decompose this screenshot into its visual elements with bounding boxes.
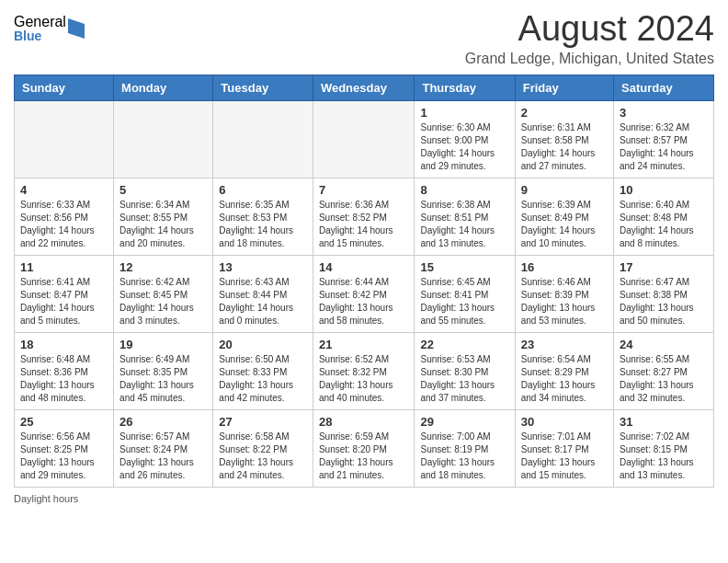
header-friday: Friday: [515, 75, 613, 101]
day-info: Sunrise: 7:00 AM Sunset: 8:19 PM Dayligh…: [420, 431, 508, 482]
day-info: Sunrise: 6:54 AM Sunset: 8:29 PM Dayligh…: [521, 353, 608, 405]
day-number: 28: [319, 415, 409, 429]
day-number: 8: [420, 183, 508, 197]
table-row: 13Sunrise: 6:43 AM Sunset: 8:44 PM Dayli…: [213, 256, 313, 333]
day-number: 9: [521, 183, 608, 197]
day-number: 25: [20, 415, 108, 429]
day-number: 3: [620, 106, 708, 120]
table-row: 23Sunrise: 6:54 AM Sunset: 8:29 PM Dayli…: [515, 333, 613, 410]
day-info: Sunrise: 6:52 AM Sunset: 8:32 PM Dayligh…: [319, 353, 409, 405]
title-section: August 2024 Grand Ledge, Michigan, Unite…: [465, 9, 714, 67]
day-number: 26: [119, 415, 207, 429]
day-number: 20: [219, 338, 307, 351]
svg-marker-0: [68, 18, 85, 39]
calendar-week-row: 18Sunrise: 6:48 AM Sunset: 8:36 PM Dayli…: [15, 333, 714, 410]
table-row: [313, 101, 415, 178]
header-sunday: Sunday: [15, 75, 114, 101]
table-row: 2Sunrise: 6:31 AM Sunset: 8:58 PM Daylig…: [515, 101, 613, 178]
day-info: Sunrise: 6:49 AM Sunset: 8:35 PM Dayligh…: [119, 353, 207, 405]
header-thursday: Thursday: [415, 75, 515, 101]
table-row: 10Sunrise: 6:40 AM Sunset: 8:48 PM Dayli…: [614, 178, 714, 256]
day-number: 22: [420, 338, 508, 351]
day-info: Sunrise: 6:43 AM Sunset: 8:44 PM Dayligh…: [219, 276, 307, 327]
table-row: 9Sunrise: 6:39 AM Sunset: 8:49 PM Daylig…: [515, 178, 613, 256]
header-monday: Monday: [114, 75, 213, 101]
day-info: Sunrise: 6:33 AM Sunset: 8:56 PM Dayligh…: [20, 199, 108, 250]
calendar-week-row: 25Sunrise: 6:56 AM Sunset: 8:25 PM Dayli…: [15, 410, 714, 488]
day-number: 30: [521, 415, 608, 429]
day-info: Sunrise: 6:36 AM Sunset: 8:52 PM Dayligh…: [319, 199, 409, 250]
table-row: 19Sunrise: 6:49 AM Sunset: 8:35 PM Dayli…: [114, 333, 213, 410]
day-number: 16: [521, 260, 608, 274]
day-info: Sunrise: 6:34 AM Sunset: 8:55 PM Dayligh…: [119, 199, 207, 250]
day-info: Sunrise: 6:59 AM Sunset: 8:20 PM Dayligh…: [319, 431, 409, 482]
table-row: 16Sunrise: 6:46 AM Sunset: 8:39 PM Dayli…: [515, 256, 613, 333]
day-number: 18: [20, 338, 108, 351]
day-info: Sunrise: 6:55 AM Sunset: 8:27 PM Dayligh…: [620, 353, 708, 405]
day-info: Sunrise: 6:48 AM Sunset: 8:36 PM Dayligh…: [20, 353, 108, 405]
day-number: 7: [319, 183, 409, 197]
table-row: 27Sunrise: 6:58 AM Sunset: 8:22 PM Dayli…: [213, 410, 313, 488]
header: General Blue August 2024 Grand Ledge, Mi…: [14, 9, 714, 67]
table-row: 17Sunrise: 6:47 AM Sunset: 8:38 PM Dayli…: [614, 256, 714, 333]
logo-icon: [68, 18, 85, 39]
logo-blue-text: Blue: [14, 29, 66, 42]
table-row: 4Sunrise: 6:33 AM Sunset: 8:56 PM Daylig…: [15, 178, 114, 256]
day-info: Sunrise: 6:31 AM Sunset: 8:58 PM Dayligh…: [521, 121, 608, 173]
logo: General Blue: [14, 15, 85, 42]
daylight-label: Daylight hours: [14, 493, 78, 504]
day-info: Sunrise: 6:58 AM Sunset: 8:22 PM Dayligh…: [219, 431, 307, 482]
day-info: Sunrise: 6:47 AM Sunset: 8:38 PM Dayligh…: [620, 276, 708, 327]
month-title: August 2024: [465, 9, 714, 49]
table-row: 1Sunrise: 6:30 AM Sunset: 9:00 PM Daylig…: [415, 101, 515, 178]
day-info: Sunrise: 6:42 AM Sunset: 8:45 PM Dayligh…: [119, 276, 207, 327]
day-info: Sunrise: 7:02 AM Sunset: 8:15 PM Dayligh…: [620, 431, 708, 482]
table-row: 18Sunrise: 6:48 AM Sunset: 8:36 PM Dayli…: [15, 333, 114, 410]
day-number: 13: [219, 260, 307, 274]
table-row: 26Sunrise: 6:57 AM Sunset: 8:24 PM Dayli…: [114, 410, 213, 488]
footer: Daylight hours: [14, 493, 714, 504]
day-number: 17: [620, 260, 708, 274]
table-row: 24Sunrise: 6:55 AM Sunset: 8:27 PM Dayli…: [614, 333, 714, 410]
table-row: 25Sunrise: 6:56 AM Sunset: 8:25 PM Dayli…: [15, 410, 114, 488]
day-info: Sunrise: 6:57 AM Sunset: 8:24 PM Dayligh…: [119, 431, 207, 482]
day-number: 2: [521, 106, 608, 120]
table-row: 3Sunrise: 6:32 AM Sunset: 8:57 PM Daylig…: [614, 101, 714, 178]
table-row: [213, 101, 313, 178]
calendar-table: Sunday Monday Tuesday Wednesday Thursday…: [14, 75, 714, 488]
table-row: 6Sunrise: 6:35 AM Sunset: 8:53 PM Daylig…: [213, 178, 313, 256]
table-row: 8Sunrise: 6:38 AM Sunset: 8:51 PM Daylig…: [415, 178, 515, 256]
header-tuesday: Tuesday: [213, 75, 313, 101]
day-info: Sunrise: 6:38 AM Sunset: 8:51 PM Dayligh…: [420, 199, 508, 250]
day-info: Sunrise: 6:39 AM Sunset: 8:49 PM Dayligh…: [521, 199, 608, 250]
day-info: Sunrise: 6:50 AM Sunset: 8:33 PM Dayligh…: [219, 353, 307, 405]
table-row: [114, 101, 213, 178]
day-info: Sunrise: 6:45 AM Sunset: 8:41 PM Dayligh…: [420, 276, 508, 327]
day-number: 15: [420, 260, 508, 274]
day-info: Sunrise: 7:01 AM Sunset: 8:17 PM Dayligh…: [521, 431, 608, 482]
day-number: 19: [119, 338, 207, 351]
day-number: 4: [20, 183, 108, 197]
calendar-week-row: 1Sunrise: 6:30 AM Sunset: 9:00 PM Daylig…: [15, 101, 714, 178]
day-number: 31: [620, 415, 708, 429]
day-number: 24: [620, 338, 708, 351]
table-row: 5Sunrise: 6:34 AM Sunset: 8:55 PM Daylig…: [114, 178, 213, 256]
day-info: Sunrise: 6:35 AM Sunset: 8:53 PM Dayligh…: [219, 199, 307, 250]
logo-general-text: General: [14, 15, 66, 29]
day-number: 21: [319, 338, 409, 351]
table-row: 7Sunrise: 6:36 AM Sunset: 8:52 PM Daylig…: [313, 178, 415, 256]
day-number: 29: [420, 415, 508, 429]
table-row: 11Sunrise: 6:41 AM Sunset: 8:47 PM Dayli…: [15, 256, 114, 333]
table-row: 21Sunrise: 6:52 AM Sunset: 8:32 PM Dayli…: [313, 333, 415, 410]
day-info: Sunrise: 6:40 AM Sunset: 8:48 PM Dayligh…: [620, 199, 708, 250]
table-row: [15, 101, 114, 178]
table-row: 15Sunrise: 6:45 AM Sunset: 8:41 PM Dayli…: [415, 256, 515, 333]
day-info: Sunrise: 6:32 AM Sunset: 8:57 PM Dayligh…: [620, 121, 708, 173]
day-number: 1: [420, 106, 508, 120]
table-row: 28Sunrise: 6:59 AM Sunset: 8:20 PM Dayli…: [313, 410, 415, 488]
day-info: Sunrise: 6:30 AM Sunset: 9:00 PM Dayligh…: [420, 121, 508, 173]
day-info: Sunrise: 6:56 AM Sunset: 8:25 PM Dayligh…: [20, 431, 108, 482]
day-number: 6: [219, 183, 307, 197]
calendar-week-row: 11Sunrise: 6:41 AM Sunset: 8:47 PM Dayli…: [15, 256, 714, 333]
day-number: 27: [219, 415, 307, 429]
